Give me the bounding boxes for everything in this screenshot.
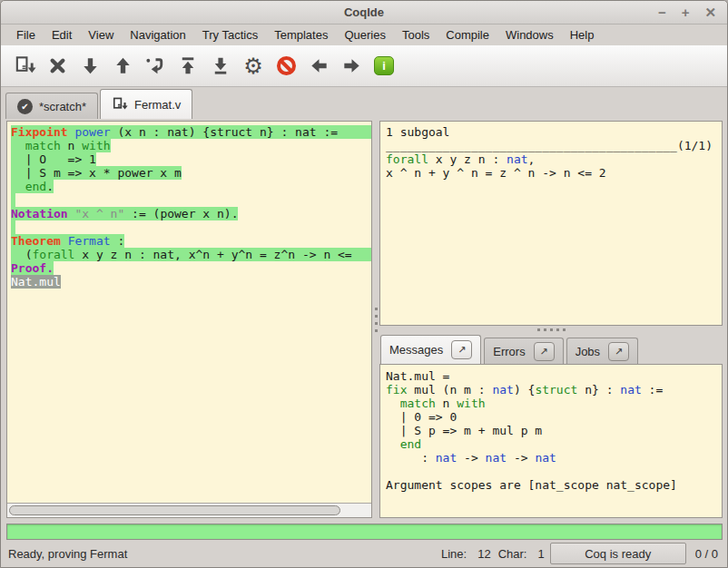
gear-icon: ⚙: [243, 55, 263, 77]
save-icon: [14, 54, 36, 77]
char-value: 1: [537, 547, 544, 561]
menu-help[interactable]: Help: [562, 26, 603, 44]
detach-icon: ↗: [615, 346, 623, 357]
down-arrow-icon: [79, 54, 102, 77]
maximize-icon[interactable]: +: [682, 5, 690, 19]
left-arrow-icon: [308, 54, 330, 77]
menu-windows[interactable]: Windows: [497, 26, 562, 44]
forward-one-button[interactable]: [74, 51, 106, 82]
detach-button[interactable]: ↗: [608, 342, 629, 361]
tab-jobs-label: Jobs: [576, 345, 600, 358]
detach-button[interactable]: ↗: [451, 340, 472, 359]
menubar: File Edit View Navigation Try Tactics Te…: [1, 24, 727, 45]
messages-notebook: Messages ↗ Errors ↗ Jobs ↗ Nat.mul =fix …: [379, 334, 723, 518]
messages-content[interactable]: Nat.mul =fix mul (n m : nat) {struct n} …: [379, 364, 723, 518]
splitter-grip-icon: [537, 328, 566, 331]
coqide-window: CoqIde − + ✕ File Edit View Navigation T…: [0, 0, 728, 568]
scrollbar-thumb[interactable]: [9, 505, 340, 515]
interrupt-icon: [277, 56, 296, 75]
status-message: Ready, proving Fermat: [8, 547, 127, 561]
tab-scratch[interactable]: ✔ *scratch*: [5, 93, 98, 119]
backward-one-button[interactable]: [106, 51, 139, 82]
line-label: Line:: [441, 547, 467, 561]
char-label: Char:: [498, 547, 527, 561]
script-pane: Fixpoint power (x n : nat) {struct n} : …: [6, 121, 372, 518]
close-icon[interactable]: ✕: [704, 5, 716, 19]
toolbar: ⚙ i: [1, 45, 727, 87]
goal-pane[interactable]: 1 subgoal_______________________________…: [379, 121, 723, 326]
progress-bar: [6, 524, 723, 540]
coq-status-indicator: Coq is ready: [550, 543, 686, 564]
right-arrow-icon: [340, 54, 363, 77]
menu-view[interactable]: View: [80, 26, 122, 44]
close-doc-icon: [46, 54, 69, 77]
arrow-to-bottom-icon: [210, 54, 232, 77]
job-counter: 0 / 0: [695, 547, 718, 561]
detach-button[interactable]: ↗: [534, 342, 555, 361]
horizontal-splitter[interactable]: [379, 326, 723, 334]
save-icon: [112, 96, 128, 113]
line-value: 12: [477, 547, 490, 561]
info-bubble-icon: i: [374, 56, 394, 75]
settings-button[interactable]: ⚙: [237, 51, 270, 82]
coq-status-text: Coq is ready: [585, 547, 651, 561]
tab-errors[interactable]: Errors ↗: [484, 338, 563, 364]
menu-templates[interactable]: Templates: [266, 26, 336, 44]
interrupt-button[interactable]: [270, 51, 302, 82]
minimize-icon[interactable]: −: [658, 5, 666, 19]
previous-button[interactable]: [302, 51, 335, 82]
right-column: 1 subgoal_______________________________…: [379, 121, 723, 518]
messages-tabbar: Messages ↗ Errors ↗ Jobs ↗: [379, 334, 723, 364]
document-tabbar: ✔ *scratch* Fermat.v: [1, 87, 727, 119]
go-to-cursor-button[interactable]: [139, 51, 172, 82]
check-circle-icon: ✔: [17, 99, 33, 114]
go-to-cursor-icon: [144, 54, 167, 77]
detach-icon: ↗: [457, 344, 466, 356]
go-to-end-button[interactable]: [204, 51, 237, 82]
window-controls: − + ✕: [658, 1, 716, 24]
up-arrow-icon: [112, 54, 134, 77]
main-area: Fixpoint power (x n : nat) {struct n} : …: [1, 119, 727, 520]
tab-fermat[interactable]: Fermat.v: [100, 89, 192, 119]
close-doc-button[interactable]: [41, 51, 74, 82]
menu-edit[interactable]: Edit: [44, 26, 80, 44]
menu-file[interactable]: File: [8, 26, 44, 44]
titlebar: CoqIde − + ✕: [1, 1, 727, 24]
menu-compile[interactable]: Compile: [438, 26, 497, 44]
status-bar: Ready, proving Fermat Line: 12 Char: 1 C…: [1, 540, 727, 567]
tab-fermat-label: Fermat.v: [134, 98, 181, 112]
menu-navigation[interactable]: Navigation: [122, 26, 193, 44]
splitter-grip-icon: [375, 308, 378, 332]
menu-try-tactics[interactable]: Try Tactics: [194, 26, 266, 44]
vertical-splitter[interactable]: [372, 121, 379, 518]
arrow-to-top-icon: [177, 54, 200, 77]
window-title: CoqIde: [344, 5, 384, 19]
next-button[interactable]: [335, 51, 368, 82]
detach-icon: ↗: [540, 346, 548, 357]
tab-messages[interactable]: Messages ↗: [380, 335, 481, 364]
tab-errors-label: Errors: [493, 345, 525, 358]
tab-jobs[interactable]: Jobs ↗: [566, 338, 638, 364]
about-button[interactable]: i: [368, 51, 400, 82]
script-editor[interactable]: Fixpoint power (x n : nat) {struct n} : …: [7, 122, 371, 503]
tab-scratch-label: *scratch*: [39, 100, 86, 113]
menu-tools[interactable]: Tools: [394, 26, 438, 44]
horizontal-scrollbar[interactable]: [7, 503, 371, 517]
go-to-start-button[interactable]: [172, 51, 204, 82]
tab-messages-label: Messages: [389, 343, 443, 357]
menu-queries[interactable]: Queries: [336, 26, 394, 44]
save-button[interactable]: [8, 51, 41, 82]
